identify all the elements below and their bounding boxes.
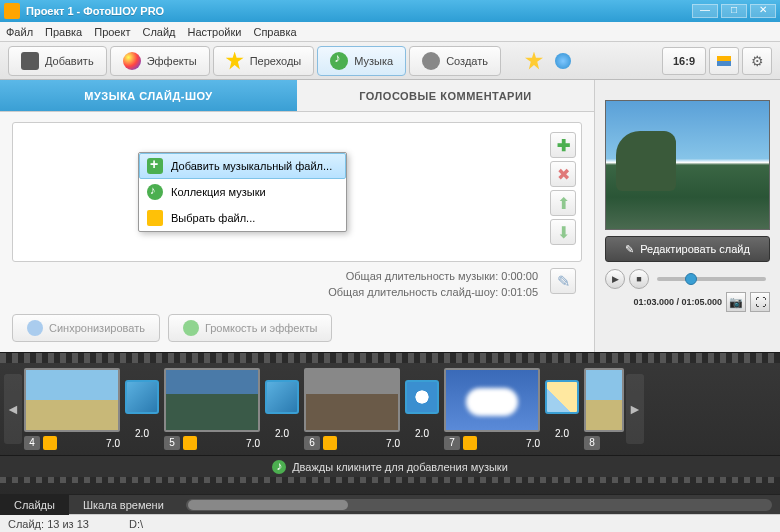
timeline-prev-button[interactable]: ◄ xyxy=(4,374,22,444)
minimize-button[interactable]: — xyxy=(692,4,718,18)
menu-collection-label: Коллекция музыки xyxy=(171,186,266,198)
move-down-button[interactable]: ⬇ xyxy=(550,219,576,245)
status-path: D:\ xyxy=(129,518,143,530)
delete-track-button[interactable]: ✖ xyxy=(550,161,576,187)
pencil-icon[interactable] xyxy=(463,436,477,450)
tab-voiceover[interactable]: ГОЛОСОВЫЕ КОММЕНТАРИИ xyxy=(297,80,594,111)
tab-timeline-view[interactable]: Шкала времени xyxy=(69,495,178,515)
playback-time: 01:03.000 / 01:05.000 xyxy=(605,297,722,307)
menu-slide[interactable]: Слайд xyxy=(142,26,175,38)
pencil-icon[interactable] xyxy=(183,436,197,450)
music-note-icon xyxy=(272,460,286,474)
sync-button[interactable]: Синхронизировать xyxy=(12,314,160,342)
transition-thumbnail[interactable] xyxy=(125,380,159,414)
star-icon xyxy=(226,52,244,70)
menu-file[interactable]: Файл xyxy=(6,26,33,38)
favorite-icon[interactable] xyxy=(525,52,543,70)
aspect-ratio-button[interactable]: 16:9 xyxy=(662,47,706,75)
menubar: Файл Правка Проект Слайд Настройки Справ… xyxy=(0,22,780,42)
volume-effects-button[interactable]: Громкость и эффекты xyxy=(168,314,332,342)
menu-music-collection[interactable]: Коллекция музыки xyxy=(139,179,346,205)
settings-button[interactable]: ⚙ xyxy=(742,47,772,75)
timeline-next-button[interactable]: ► xyxy=(626,374,644,444)
slide-number: 5 xyxy=(164,436,180,450)
slide-thumbnail[interactable] xyxy=(304,368,400,432)
pencil-icon[interactable] xyxy=(43,436,57,450)
timeline-slide[interactable]: 77.0 xyxy=(444,368,540,450)
menu-choose-label: Выбрать файл... xyxy=(171,212,255,224)
timeline-slide[interactable]: 47.0 xyxy=(24,368,120,450)
menu-add-music-file[interactable]: Добавить музыкальный файл... xyxy=(139,153,346,179)
layout-button[interactable] xyxy=(709,47,739,75)
fullscreen-icon: ⛶ xyxy=(755,296,766,308)
transition-duration: 2.0 xyxy=(415,428,429,439)
transitions-label: Переходы xyxy=(250,55,302,67)
film-reel-icon xyxy=(422,52,440,70)
slide-thumbnail[interactable] xyxy=(24,368,120,432)
menu-help[interactable]: Справка xyxy=(253,26,296,38)
transition-item[interactable]: 2.0 xyxy=(122,380,162,439)
move-up-button[interactable]: ⬆ xyxy=(550,190,576,216)
menu-choose-file[interactable]: Выбрать файл... xyxy=(139,205,346,231)
transition-item[interactable]: 2.0 xyxy=(402,380,442,439)
slide-thumbnail[interactable] xyxy=(584,368,624,432)
layout-icon xyxy=(717,56,731,66)
film-strip-top xyxy=(0,353,780,363)
close-button[interactable]: ✕ xyxy=(750,4,776,18)
timeline-scrollbar[interactable] xyxy=(186,499,772,511)
sync-label: Синхронизировать xyxy=(49,322,145,334)
slide-number: 7 xyxy=(444,436,460,450)
play-button[interactable]: ▶ xyxy=(605,269,625,289)
palette-icon xyxy=(123,52,141,70)
sync-icon xyxy=(27,320,43,336)
music-duration-label: Общая длительность музыки: 0:00:00 xyxy=(12,268,538,284)
seek-slider[interactable] xyxy=(657,277,766,281)
tab-slideshow-music[interactable]: МУЗЫКА СЛАЙД-ШОУ xyxy=(0,80,297,111)
pencil-icon: ✎ xyxy=(625,243,634,256)
add-track-button[interactable]: ✚ xyxy=(550,132,576,158)
slide-number: 4 xyxy=(24,436,40,450)
menu-project[interactable]: Проект xyxy=(94,26,130,38)
transition-duration: 2.0 xyxy=(135,428,149,439)
tab-slides-view[interactable]: Слайды xyxy=(0,495,69,515)
effects-label: Эффекты xyxy=(147,55,197,67)
add-button[interactable]: Добавить xyxy=(8,46,107,76)
maximize-button[interactable]: □ xyxy=(721,4,747,18)
transitions-button[interactable]: Переходы xyxy=(213,46,315,76)
slide-thumbnail[interactable] xyxy=(444,368,540,432)
preview-viewport[interactable] xyxy=(605,100,770,230)
stop-button[interactable]: ■ xyxy=(629,269,649,289)
slide-thumbnail[interactable] xyxy=(164,368,260,432)
transition-thumbnail[interactable] xyxy=(265,380,299,414)
transition-thumbnail[interactable] xyxy=(545,380,579,414)
edit-slide-label: Редактировать слайд xyxy=(640,243,750,255)
edit-track-button[interactable]: ✎ xyxy=(550,268,576,294)
transition-item[interactable]: 2.0 xyxy=(262,380,302,439)
fullscreen-button[interactable]: ⛶ xyxy=(750,292,770,312)
music-note-icon xyxy=(330,52,348,70)
transition-duration: 2.0 xyxy=(555,428,569,439)
timeline-slide[interactable]: 8 xyxy=(584,368,624,450)
create-button[interactable]: Создать xyxy=(409,46,501,76)
add-label: Добавить xyxy=(45,55,94,67)
menu-edit[interactable]: Правка xyxy=(45,26,82,38)
slide-duration: 7.0 xyxy=(526,438,540,449)
music-button[interactable]: Музыка xyxy=(317,46,406,76)
menu-settings[interactable]: Настройки xyxy=(188,26,242,38)
gear-icon: ⚙ xyxy=(751,53,764,69)
timeline-slide[interactable]: 57.0 xyxy=(164,368,260,450)
menu-add-label: Добавить музыкальный файл... xyxy=(171,160,332,172)
snapshot-button[interactable]: 📷 xyxy=(726,292,746,312)
plus-icon xyxy=(147,158,163,174)
slide-number: 8 xyxy=(584,436,600,450)
transition-thumbnail[interactable] xyxy=(405,380,439,414)
music-track-hint[interactable]: Дважды кликните для добавления музыки xyxy=(0,455,780,477)
globe-icon[interactable] xyxy=(555,53,571,69)
slideshow-duration-label: Общая длительность слайд-шоу: 0:01:05 xyxy=(12,284,538,300)
effects-button[interactable]: Эффекты xyxy=(110,46,210,76)
slide-duration: 7.0 xyxy=(106,438,120,449)
transition-item[interactable]: 2.0 xyxy=(542,380,582,439)
edit-slide-button[interactable]: ✎Редактировать слайд xyxy=(605,236,770,262)
timeline-slide[interactable]: 67.0 xyxy=(304,368,400,450)
pencil-icon[interactable] xyxy=(323,436,337,450)
